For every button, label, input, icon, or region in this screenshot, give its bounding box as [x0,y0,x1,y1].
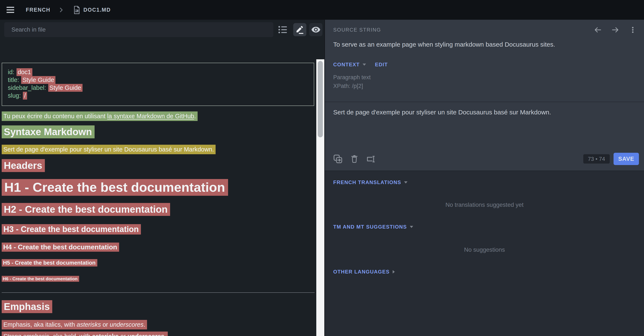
translatable-string[interactable]: H6 - Create the best documentation [2,276,79,282]
h1-sample: H1 - Create the best documentation [2,180,314,195]
h4-sample: H4 - Create the best documentation [2,243,314,251]
edit-mode-button[interactable] [293,23,306,36]
breadcrumb-project[interactable]: FRENCH [26,7,50,13]
other-languages-header: OTHER LANGUAGES [333,269,390,275]
arrow-right-icon [612,26,620,34]
translatable-string[interactable]: Style Guide [48,84,82,92]
translatable-string[interactable]: Emphasis, aka italics, with asterisks or… [2,320,147,329]
section-french-translations[interactable]: FRENCH TRANSLATIONS [333,180,408,185]
suggestions-empty-message: No suggestions [325,246,644,253]
previous-string-button[interactable] [594,26,602,34]
string-list-button[interactable] [276,23,290,36]
h5-sample: H5 - Create the best documentation [2,260,314,266]
selected-paragraph: Sert de page d'exemple pour styliser un … [2,146,314,153]
translatable-string[interactable]: Tu peux écrire du contenu en utilisant l… [2,111,198,121]
translatable-string[interactable]: Syntaxe Markdown [2,125,94,138]
section-tm-mt-suggestions[interactable]: TM AND MT SUGGESTIONS [333,224,413,230]
more-menu-button[interactable] [629,26,636,34]
h3-sample: H3 - Create the best documentation [2,225,314,234]
emphasis-heading: Emphasis [2,301,314,312]
intro-paragraph: Tu peux écrire du contenu en utilisant l… [2,113,314,120]
translation-panel: SOURCE STRING [324,20,644,336]
text-cursor-icon [366,154,376,164]
frontmatter-key: slug: [8,92,21,99]
context-toggle[interactable]: CONTEXT [333,62,360,68]
markdown-file-icon: M↓ [73,6,80,14]
emphasis-paragraph: Emphasis, aka italics, with asterisks or… [2,321,314,328]
translatable-string[interactable]: H5 - Create the best documentation [2,259,97,266]
frontmatter-key: title: [8,76,19,83]
frontmatter-line: title:Style Guide [8,76,310,84]
copy-source-button[interactable] [331,152,344,165]
chevron-down-icon [404,181,408,184]
frontmatter-line: slug:/ [8,92,310,100]
copy-source-icon [333,154,343,164]
context-xpath: XPath: /p[2] [333,82,371,90]
topbar: FRENCH M↓ DOC1.MD [0,0,644,20]
string-editor-card: SOURCE STRING [325,20,644,171]
trash-icon [350,154,359,163]
source-header: SOURCE STRING [333,25,636,35]
preview-mode-button[interactable] [309,23,322,36]
tm-mt-header: TM AND MT SUGGESTIONS [333,224,407,230]
strong-paragraph: Strong emphasis, aka bold, with asterisk… [2,333,314,336]
h6-sample: H6 - Create the best documentation [2,276,314,281]
translatable-string[interactable]: H4 - Create the best documentation [2,243,119,252]
french-translations-header: FRENCH TRANSLATIONS [333,180,401,185]
translatable-string[interactable]: Emphasis [2,300,52,313]
edit-context-button[interactable]: EDIT [375,62,388,68]
translations-empty-message: No translations suggested yet [325,202,644,208]
frontmatter-line: id:doc1 [8,68,310,76]
selected-string[interactable]: Sert de page d'exemple pour styliser un … [2,145,216,154]
frontmatter-key: id: [8,69,14,75]
file-toolbar [0,20,324,40]
insert-tag-button[interactable] [364,152,378,165]
chevron-down-icon [410,226,413,228]
translatable-string[interactable]: Headers [2,159,45,172]
string-navigation [594,26,636,34]
list-icon [278,25,288,34]
next-string-button[interactable] [612,26,620,34]
chevron-down-icon[interactable] [362,64,366,66]
translatable-string[interactable]: Strong emphasis, aka bold, with asterisk… [2,331,168,336]
suggestions-area: FRENCH TRANSLATIONS No translations sugg… [325,171,644,336]
section-other-languages[interactable]: OTHER LANGUAGES [333,269,395,275]
chevron-right-icon [393,270,395,273]
breadcrumb-file: DOC1.MD [83,7,111,13]
translatable-string[interactable]: H2 - Create the best documentation [2,203,170,216]
editor-toolbar: 73 • 74 SAVE [331,152,639,165]
frontmatter-key: sidebar_label: [8,84,46,91]
context-info: Paragraph text XPath: /p[2] [333,73,371,90]
document-content[interactable]: id:doc1 title:Style Guide sidebar_label:… [0,59,316,336]
translatable-string[interactable]: Style Guide [21,76,56,84]
translatable-string[interactable]: H3 - Create the best documentation [2,224,141,235]
syntax-heading: Syntaxe Markdown [2,126,314,137]
scrollbar-thumb[interactable] [318,61,323,137]
delete-translation-button[interactable] [348,152,361,165]
h2-sample: H2 - Create the best documentation [2,204,314,215]
menu-icon[interactable] [6,7,14,13]
horizontal-rule [2,292,314,293]
frontmatter-line: sidebar_label:Style Guide [8,84,310,92]
kebab-menu-icon [629,26,636,34]
context-row: CONTEXT EDIT [333,62,388,68]
edit-pencil-icon [295,25,304,34]
svg-text:M↓: M↓ [75,10,79,12]
source-string-text: To serve as an example page when styling… [333,41,636,48]
char-count-badge: 73 • 74 [583,154,610,163]
arrow-left-icon [594,26,602,34]
translatable-string[interactable]: H1 - Create the best documentation [2,179,228,196]
save-button[interactable]: SAVE [614,153,639,165]
search-input[interactable] [4,22,273,37]
headers-heading: Headers [2,160,314,171]
translatable-string[interactable]: / [23,92,27,100]
app: FRENCH M↓ DOC1.MD [0,0,644,336]
doc-link[interactable]: la syntaxe Markdown de GitHub [107,113,194,119]
document-scrollbar[interactable] [316,59,324,336]
translatable-string[interactable]: doc1 [16,68,32,76]
translation-input[interactable]: Sert de page d'exemple pour styliser un … [333,109,636,147]
context-type: Paragraph text [333,73,371,82]
eye-icon [311,25,321,35]
frontmatter-block: id:doc1 title:Style Guide sidebar_label:… [2,63,314,106]
card-divider [325,102,644,102]
